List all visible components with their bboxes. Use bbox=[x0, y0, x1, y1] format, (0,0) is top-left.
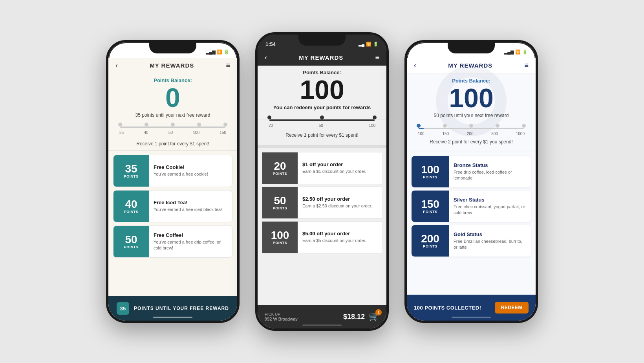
status-time-2: 1:54 bbox=[265, 41, 276, 47]
checkout-info-2: PICK UP 992 W Broadway bbox=[265, 312, 298, 321]
back-button-2[interactable]: ‹ bbox=[265, 53, 267, 62]
reward-points-val-1-2: 50 bbox=[125, 234, 137, 245]
reward-card-3-0[interactable]: 100 POINTS Bronze Status Free drip coffe… bbox=[412, 156, 531, 187]
reward-points-val-2-2: 100 bbox=[271, 230, 289, 241]
wifi-icon-1: 🛜 bbox=[217, 50, 222, 55]
reward-title-2-2: $5.00 off your order bbox=[302, 231, 366, 236]
progress-dot-1-2 bbox=[171, 123, 175, 126]
rewards-list-2: 20 POINTS $1 off your order Earn a $1 di… bbox=[258, 148, 386, 257]
reward-points-box-1-1: 40 POINTS bbox=[113, 191, 149, 222]
back-button-1[interactable]: ‹ bbox=[115, 61, 118, 70]
progress-label-1-4: 150 bbox=[220, 130, 226, 135]
reward-info-2-0: $1 off your order Earn a $1 discount on … bbox=[298, 152, 371, 184]
collect-text-3: 100 POINTS COLLECTED! bbox=[414, 305, 481, 311]
reward-points-label-1-2: POINTS bbox=[124, 245, 139, 249]
progress-section-1: 35 40 50 100 150 bbox=[108, 126, 237, 138]
progress-dot-2-0 bbox=[267, 116, 271, 119]
progress-dot-2-1 bbox=[320, 116, 324, 119]
status-icons-2: ▂▄ 🛜 🔋 bbox=[359, 42, 379, 47]
progress-label-1-3: 100 bbox=[193, 130, 199, 135]
reward-points-label-2-2: POINTS bbox=[273, 241, 287, 245]
progress-label-3-3: 500 bbox=[491, 132, 498, 136]
reward-desc-3-0: Free drip coffee, iced coffee or lemonad… bbox=[454, 169, 526, 182]
checkout-price: $18.12 bbox=[343, 313, 365, 321]
bottom-bar-1: 35 POINTS UNTIL YOUR FREE REWARD bbox=[108, 296, 237, 321]
phone-content-1: ‹ MY REWARDS ≡ Points Balance: 0 35 poin… bbox=[108, 58, 237, 321]
cart-icon[interactable]: 🛒 1 bbox=[369, 312, 379, 322]
reward-card-2-0[interactable]: 20 POINTS $1 off your order Earn a $1 di… bbox=[262, 152, 382, 184]
progress-label-3-0: 100 bbox=[418, 132, 424, 136]
reward-desc-2-2: Earn a $5 discount on your order. bbox=[302, 238, 366, 244]
reward-title-1-2: Free Coffee! bbox=[154, 232, 227, 238]
reward-desc-2-0: Earn a $1 discount on your order. bbox=[302, 169, 366, 174]
subtitle-3: 50 points until your next free reward bbox=[415, 113, 528, 118]
back-button-3[interactable]: ‹ bbox=[414, 61, 416, 70]
signal-icon-3: ▂▄▆ bbox=[504, 50, 514, 55]
reward-points-val-3-1: 150 bbox=[421, 199, 439, 210]
checkout-bar-2: PICK UP 992 W Broadway $18.12 🛒 1 bbox=[258, 305, 386, 328]
menu-button-3[interactable]: ≡ bbox=[524, 61, 529, 70]
progress-labels-1: 35 40 50 100 150 bbox=[119, 130, 226, 135]
reward-card-3-1[interactable]: 150 POINTS Silver Status Free choc crois… bbox=[412, 191, 531, 222]
reward-card-2-2[interactable]: 100 POINTS $5.00 off your order Earn a $… bbox=[262, 221, 382, 253]
progress-label-1-1: 40 bbox=[144, 130, 148, 135]
reward-points-label-1-1: POINTS bbox=[124, 210, 139, 214]
progress-dot-1-0 bbox=[118, 123, 122, 126]
reward-info-3-1: Silver Status Free choc croissant, yogur… bbox=[449, 191, 531, 222]
reward-card-2-1[interactable]: 50 POINTS $2.50 off your order Earn a $2… bbox=[262, 187, 382, 219]
checkout-bar-line bbox=[302, 324, 342, 326]
progress-section-2: 20 50 100 Receive 1 point for every $1 s… bbox=[258, 119, 386, 148]
balance-section-3: Points Balance: 100 50 points until your… bbox=[407, 74, 536, 128]
reward-points-label-3-0: POINTS bbox=[423, 175, 437, 179]
reward-card-1-1[interactable]: 40 POINTS Free Iced Tea! You've earned a… bbox=[113, 190, 232, 222]
reward-title-3-0: Bronze Status bbox=[454, 162, 526, 168]
cart-badge: 1 bbox=[375, 309, 382, 315]
battery-icon-1: 🔋 bbox=[224, 50, 229, 55]
battery-icon-2: 🔋 bbox=[373, 42, 379, 47]
phone-notch-2 bbox=[298, 35, 346, 46]
progress-dot-3-1 bbox=[443, 124, 447, 128]
balance-section-2: Points Balance: 100 You can redeem your … bbox=[258, 66, 386, 119]
reward-points-box-2-0: 20 POINTS bbox=[262, 152, 298, 184]
collect-bar-line-3 bbox=[452, 317, 491, 318]
page-title-1: MY REWARDS bbox=[150, 62, 194, 69]
reward-desc-1-2: You've earned a free drip coffee, or col… bbox=[154, 239, 227, 251]
reward-info-1-1: Free Iced Tea! You've earned a free iced… bbox=[149, 191, 227, 222]
reward-points-val-3-2: 200 bbox=[421, 233, 439, 244]
reward-desc-2-1: Earn a $2.50 discount on your order. bbox=[302, 203, 372, 209]
reward-points-label-3-2: POINTS bbox=[423, 244, 437, 248]
menu-button-1[interactable]: ≡ bbox=[226, 61, 230, 70]
reward-title-3-1: Silver Status bbox=[454, 197, 526, 203]
redeem-button-3[interactable]: REDEEM bbox=[495, 302, 529, 314]
menu-button-2[interactable]: ≡ bbox=[375, 53, 379, 62]
progress-track-1 bbox=[120, 126, 225, 128]
reward-points-box-2-2: 100 POINTS bbox=[262, 222, 298, 253]
subtitle-2: You can redeem your points for rewards bbox=[265, 104, 379, 110]
progress-label-1-0: 35 bbox=[119, 130, 124, 135]
subtitle-1: 35 points until your next free reward bbox=[116, 112, 229, 118]
reward-card-1-2[interactable]: 50 POINTS Free Coffee! You've earned a f… bbox=[113, 226, 232, 258]
bottom-bar-line-1 bbox=[153, 317, 192, 318]
rewards-list-1: 35 POINTS Free Cookie! You've earned a f… bbox=[108, 151, 237, 262]
bottom-bar-badge-1: 35 bbox=[117, 302, 129, 315]
reward-desc-1-0: You've earned a free cookie! bbox=[154, 171, 208, 177]
app-header-2: ‹ MY REWARDS ≡ bbox=[258, 50, 386, 66]
page-title-2: MY REWARDS bbox=[299, 54, 343, 61]
progress-label-2-0: 20 bbox=[269, 123, 273, 128]
reward-info-3-2: Gold Status Free Brazilian cheesebread, … bbox=[449, 225, 531, 257]
progress-label-2-2: 100 bbox=[369, 123, 375, 128]
balance-value-1: 0 bbox=[116, 84, 229, 111]
reward-card-1-0[interactable]: 35 POINTS Free Cookie! You've earned a f… bbox=[113, 155, 232, 187]
reward-desc-3-2: Free Brazilian cheesebread, burrito, or … bbox=[454, 238, 526, 251]
reward-title-2-0: $1 off your order bbox=[302, 161, 366, 167]
reward-title-1-1: Free Iced Tea! bbox=[154, 200, 222, 205]
reward-points-val-3-0: 100 bbox=[421, 164, 439, 175]
progress-dot-2-2 bbox=[373, 116, 377, 119]
reward-card-3-2[interactable]: 200 POINTS Gold Status Free Brazilian ch… bbox=[412, 225, 531, 257]
wifi-icon-3: 🛜 bbox=[515, 50, 521, 55]
progress-fill-2 bbox=[269, 119, 375, 121]
phone-2: 1:54 ▂▄ 🛜 🔋 ‹ MY REWARDS ≡ Points Balanc… bbox=[255, 32, 389, 331]
reward-desc-3-1: Free choc croissant, yogurt parfait, or … bbox=[454, 204, 526, 216]
wifi-icon-2: 🛜 bbox=[366, 42, 371, 47]
phone-notch-3 bbox=[448, 42, 495, 53]
